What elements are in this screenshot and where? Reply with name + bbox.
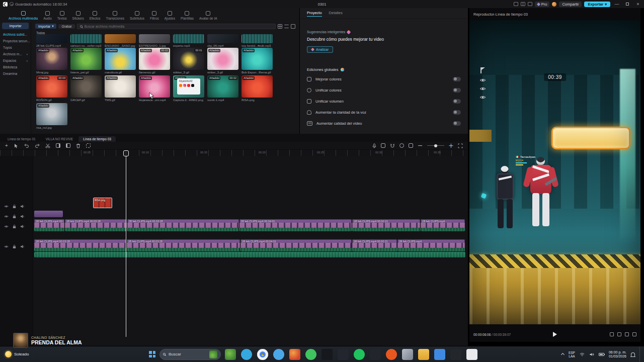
tab-detalles[interactable]: Detalles: [329, 11, 343, 17]
unify-colors-toggle[interactable]: [453, 88, 461, 93]
zoom-out-button[interactable]: −: [418, 141, 422, 150]
timeline-clip[interactable]: 28 feb CLIPS.mp4 00:03:28: [127, 239, 240, 251]
app-icon-discord[interactable]: [338, 349, 349, 360]
media-item[interactable]: Añadidostriker_3.gif: [207, 48, 238, 74]
media-search-input[interactable]: [85, 25, 273, 28]
media-item[interactable]: 28 feb CLIPS.mp4: [36, 34, 67, 47]
timeline-zoom-slider[interactable]: [427, 145, 444, 146]
sidebar-item-archivos-subidos[interactable]: Archivos subid...: [0, 31, 31, 38]
app-icon-plant[interactable]: [225, 349, 236, 360]
start-button[interactable]: [149, 351, 155, 357]
unify-volume-toggle[interactable]: [453, 99, 461, 104]
track-hide-icon[interactable]: [4, 204, 9, 209]
timeline-ruler[interactable]: 00:05 00:10 00:15 00:20 00:25 00:30 00:3…: [0, 150, 468, 156]
media-item[interactable]: 00:01stikker_5.gif: [173, 48, 204, 74]
pip-icon[interactable]: [625, 332, 629, 336]
timeline-clip[interactable]: 28 feb CLIPS.mp4 00:03:28: [34, 239, 126, 251]
media-item[interactable]: AñadidoRISA.png: [242, 75, 273, 102]
tab-media[interactable]: Archivos multimedia: [6, 9, 40, 22]
media-item[interactable]: AñadidoMinaj.jpg: [36, 48, 67, 74]
add-media-button[interactable]: +: [5, 143, 8, 148]
track-hide-icon[interactable]: [4, 224, 9, 229]
user-avatar[interactable]: [552, 2, 556, 7]
option-video-quality[interactable]: HDAumentar calidad del video: [300, 118, 468, 129]
video-preview[interactable]: 00:39 Tamaulipas M1014: [469, 20, 640, 324]
app-icon-spotify[interactable]: [354, 349, 365, 360]
ratio-icon[interactable]: [617, 332, 621, 336]
option-enhance-colors[interactable]: Mejorar colores: [300, 73, 468, 84]
media-item[interactable]: cartoon-vu...veñer.mp3: [70, 34, 102, 47]
media-search[interactable]: [77, 24, 276, 29]
app-icon-twitter[interactable]: [273, 349, 284, 360]
track-hide-icon[interactable]: [4, 214, 9, 219]
sort-icon[interactable]: [291, 24, 295, 29]
track-lock-icon[interactable]: [12, 224, 17, 229]
timeline-clip[interactable]: 28 feb CLIPS.mp4 00:04:01: [240, 239, 352, 251]
playhead-line[interactable]: [126, 151, 126, 337]
enhance-colors-toggle[interactable]: [453, 77, 461, 81]
select-tool-icon[interactable]: [14, 143, 19, 148]
tab-adjust[interactable]: Ajustes: [162, 9, 178, 22]
track-mute-icon[interactable]: [20, 224, 25, 229]
redo-icon[interactable]: [35, 143, 40, 148]
app-icon-telegram[interactable]: [241, 349, 252, 360]
mic-icon[interactable]: [372, 143, 376, 148]
media-item[interactable]: Añadido00:03ROÑON.gif: [36, 75, 67, 102]
mirror-icon[interactable]: [610, 332, 614, 336]
sidebar-item-proyectos[interactable]: Proyectos secun...: [0, 38, 31, 44]
maximize-button[interactable]: [623, 2, 631, 7]
app-icon-tiktok[interactable]: [321, 349, 333, 360]
record-button[interactable]: Grabar: [58, 24, 74, 29]
overlay-clip[interactable]: [34, 211, 63, 217]
media-item[interactable]: clip_06.mp4: [207, 34, 238, 47]
timeline-tab-3[interactable]: Línea de tiempo 03: [78, 136, 116, 142]
timeline-clip[interactable]: 28 feb CLIPS.mp4 00:00:21: [352, 239, 397, 251]
fit-screen-icon[interactable]: [458, 143, 463, 148]
tab-captions[interactable]: Subtítulos: [127, 9, 147, 22]
close-button[interactable]: ×: [634, 2, 642, 7]
layout-left-icon[interactable]: [514, 2, 518, 6]
grid-view-icon[interactable]: [278, 24, 282, 29]
option-unify-colors[interactable]: Unificar colores: [300, 84, 468, 96]
crop-icon[interactable]: [86, 143, 91, 148]
track-lock-icon[interactable]: [12, 204, 17, 209]
media-item[interactable]: ENOJADO _SASO.jpg: [105, 34, 136, 47]
image-clip-risa[interactable]: RISA.png: [93, 198, 112, 208]
app-icon-settings[interactable]: [402, 349, 413, 360]
track-hide-icon[interactable]: [4, 244, 9, 249]
app-icon-reddit[interactable]: [386, 349, 397, 360]
analyze-button[interactable]: Analizar: [307, 46, 333, 53]
notifications-bell-icon[interactable]: [631, 352, 635, 356]
voice-clarity-toggle[interactable]: [453, 110, 461, 115]
media-item[interactable]: Añadidomandioca.gif: [105, 48, 136, 74]
tab-filters[interactable]: Filtros: [147, 9, 162, 22]
export-button[interactable]: Exportar▾: [584, 2, 610, 7]
tab-templates[interactable]: Plantillas: [178, 9, 196, 22]
tab-stickers[interactable]: Stickers: [70, 9, 87, 22]
trim-left-icon[interactable]: [56, 143, 60, 148]
sidebar-item-importar[interactable]: Importar: [2, 23, 29, 29]
media-item[interactable]: AñadidoTMS.gif: [105, 75, 136, 102]
track-lock-icon[interactable]: [12, 214, 17, 219]
sidebar-item-dreamina[interactable]: Dreamina: [0, 70, 31, 77]
sidebar-item-espacios[interactable]: Espacios▾: [0, 57, 31, 64]
tab-audio[interactable]: Audio: [41, 9, 54, 22]
minimize-button[interactable]: —: [613, 2, 621, 7]
tab-proyecto[interactable]: Proyecto: [307, 11, 322, 17]
option-unify-volume[interactable]: Unificar volumen: [300, 96, 468, 107]
timeline-clip[interactable]: 28 feb CLIPS.mp4: [397, 239, 465, 251]
media-item[interactable]: Añadidorisa_nul.jpg: [36, 103, 67, 129]
app-icon-terminal[interactable]: [450, 349, 461, 360]
now-playing-widget[interactable]: CHALINO SÁNCHEZ PRENDA DEL ALMA: [13, 333, 82, 348]
linkage-icon[interactable]: [399, 143, 404, 148]
timeline-clip[interactable]: 28 feb CLIPS.mp4: [421, 219, 465, 231]
track-lock-icon[interactable]: [12, 244, 17, 249]
media-item[interactable]: AñadidoBob Espon...Rema.gif: [242, 48, 273, 74]
app-icon-chrome[interactable]: [257, 349, 268, 360]
timeline-clip[interactable]: 28 feb CLIPS.mp4 00:03:28: [34, 219, 64, 231]
weather-widget[interactable]: Soleado: [0, 351, 34, 357]
show-desktop-button[interactable]: [639, 346, 641, 362]
timeline-clip[interactable]: 28 feb CLIPS.mp4 00:03:28: [127, 219, 239, 231]
layout-right-icon[interactable]: [528, 2, 532, 6]
sidebar-item-biblioteca[interactable]: Biblioteca: [0, 64, 31, 70]
